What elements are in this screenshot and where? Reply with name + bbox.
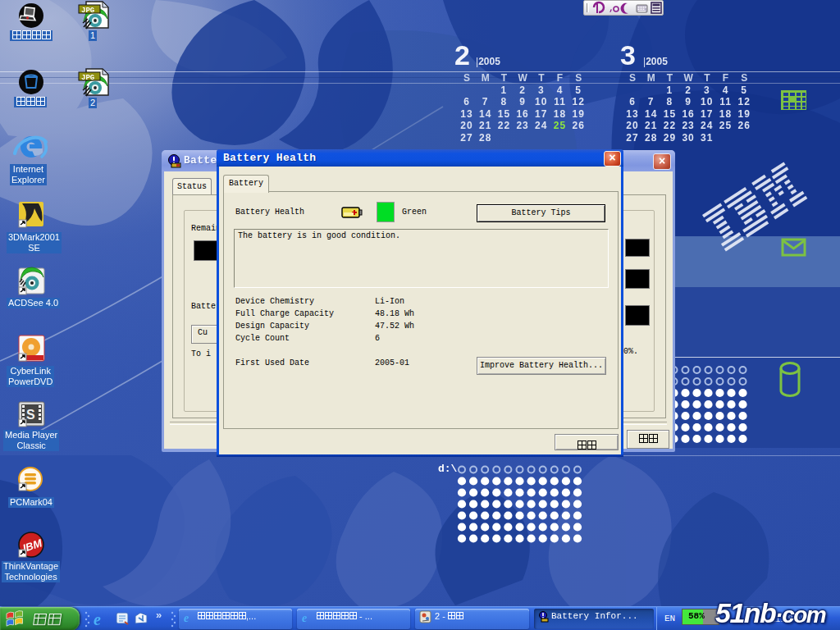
svg-text:S: S bbox=[26, 408, 35, 422]
svg-text:e: e bbox=[302, 612, 307, 624]
svg-text:»: » bbox=[156, 609, 162, 621]
svg-text:e: e bbox=[184, 612, 189, 624]
svg-text:e: e bbox=[94, 610, 101, 628]
svg-text:JPG: JPG bbox=[81, 7, 94, 15]
